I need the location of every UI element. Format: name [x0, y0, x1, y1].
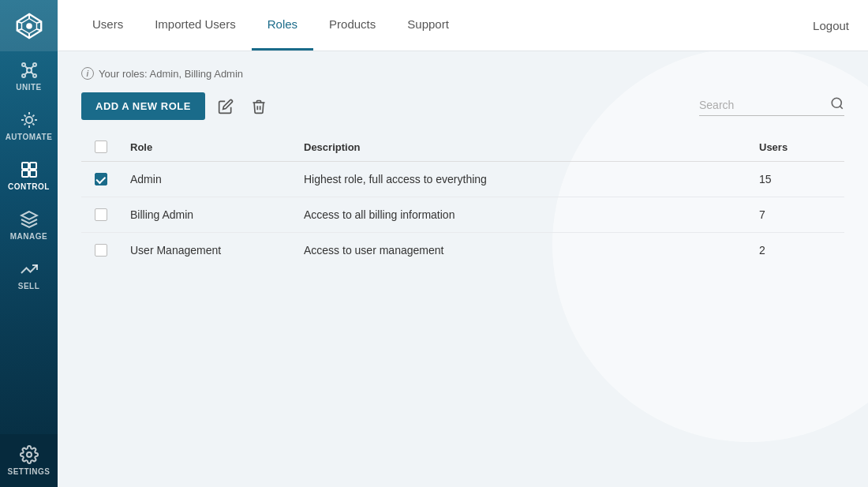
logout-button[interactable]: Logout	[813, 19, 849, 32]
svg-rect-19	[22, 163, 28, 169]
sidebar-control-label: CONTROL	[8, 182, 50, 191]
svg-point-18	[26, 117, 32, 123]
svg-point-13	[33, 74, 36, 77]
svg-rect-20	[30, 163, 36, 169]
search-input[interactable]	[699, 99, 825, 111]
role-users-billing-admin: 7	[750, 197, 844, 233]
add-role-button[interactable]: ADD A NEW ROLE	[81, 92, 205, 120]
svg-point-11	[33, 63, 36, 66]
table-row: AdminHighest role, full access to everyt…	[81, 162, 844, 197]
col-header-users: Users	[750, 133, 844, 162]
checkbox-user-management[interactable]	[95, 244, 107, 257]
svg-line-17	[31, 72, 33, 74]
svg-line-16	[25, 72, 28, 74]
sidebar: UNITE AUTOMATE CONTROL MANAGE	[0, 0, 58, 487]
role-name-billing-admin: Billing Admin	[121, 197, 294, 233]
svg-line-14	[25, 66, 28, 69]
table-row: Billing AdminAccess to all billing infor…	[81, 197, 844, 233]
sidebar-settings-label: SETTINGS	[7, 467, 50, 476]
checkbox-billing-admin[interactable]	[95, 208, 107, 221]
main-content: Users Imported Users Roles Products Supp…	[58, 0, 868, 487]
role-description-user-management: Access to user management	[294, 233, 750, 268]
search-icon[interactable]	[830, 96, 844, 114]
sidebar-logo[interactable]	[0, 0, 58, 51]
sidebar-sell-label: SELL	[18, 282, 40, 290]
svg-point-24	[832, 98, 841, 107]
svg-point-2	[26, 23, 32, 29]
svg-rect-21	[22, 170, 28, 177]
role-name-admin: Admin	[121, 162, 294, 197]
sidebar-item-manage[interactable]: MANAGE	[0, 200, 58, 250]
svg-rect-22	[30, 170, 36, 177]
col-header-checkbox	[81, 133, 121, 162]
svg-line-25	[840, 106, 842, 108]
svg-line-15	[31, 66, 33, 69]
svg-point-23	[27, 452, 32, 457]
topnav-links: Users Imported Users Roles Products Supp…	[77, 0, 813, 51]
roles-table: Role Description Users AdminHighest role…	[81, 133, 844, 268]
role-users-user-management: 2	[750, 233, 844, 268]
sidebar-automate-label: AUTOMATE	[6, 133, 53, 141]
topnav-roles[interactable]: Roles	[252, 0, 313, 51]
info-icon: i	[81, 67, 94, 80]
sidebar-item-sell[interactable]: SELL	[0, 250, 58, 300]
svg-point-12	[22, 74, 25, 77]
role-name-user-management: User Management	[121, 233, 294, 268]
topnav-imported-users[interactable]: Imported Users	[139, 0, 252, 51]
role-description-admin: Highest role, full access to everything	[294, 162, 750, 197]
svg-point-10	[22, 63, 25, 66]
sidebar-item-settings[interactable]: SETTINGS	[0, 434, 58, 487]
topnav: Users Imported Users Roles Products Supp…	[58, 0, 868, 51]
sidebar-item-automate[interactable]: AUTOMATE	[0, 101, 58, 151]
delete-button[interactable]	[246, 94, 271, 119]
toolbar: ADD A NEW ROLE	[81, 92, 844, 120]
col-header-role: Role	[121, 133, 294, 162]
select-all-checkbox[interactable]	[95, 140, 107, 153]
topnav-support[interactable]: Support	[391, 0, 465, 51]
table-row: User ManagementAccess to user management…	[81, 233, 844, 268]
sidebar-unite-label: UNITE	[16, 83, 42, 92]
edit-button[interactable]	[213, 94, 238, 119]
content-area: i Your roles: Admin, Billing Admin ADD A…	[58, 51, 868, 487]
trash-icon	[251, 99, 267, 114]
checkbox-admin[interactable]	[95, 173, 107, 185]
topnav-users[interactable]: Users	[77, 0, 139, 51]
table-header-row: Role Description Users	[81, 133, 844, 162]
table-body: AdminHighest role, full access to everyt…	[81, 162, 844, 268]
col-header-description: Description	[294, 133, 750, 162]
role-info-text: Your roles: Admin, Billing Admin	[99, 68, 243, 80]
role-info-bar: i Your roles: Admin, Billing Admin	[81, 67, 844, 80]
role-users-admin: 15	[750, 162, 844, 197]
pencil-icon	[218, 99, 234, 114]
topnav-products[interactable]: Products	[313, 0, 391, 51]
sidebar-item-unite[interactable]: UNITE	[0, 51, 58, 101]
search-container	[699, 96, 844, 116]
sidebar-item-control[interactable]: CONTROL	[0, 151, 58, 200]
role-description-billing-admin: Access to all billing information	[294, 197, 750, 233]
sidebar-manage-label: MANAGE	[10, 232, 47, 241]
